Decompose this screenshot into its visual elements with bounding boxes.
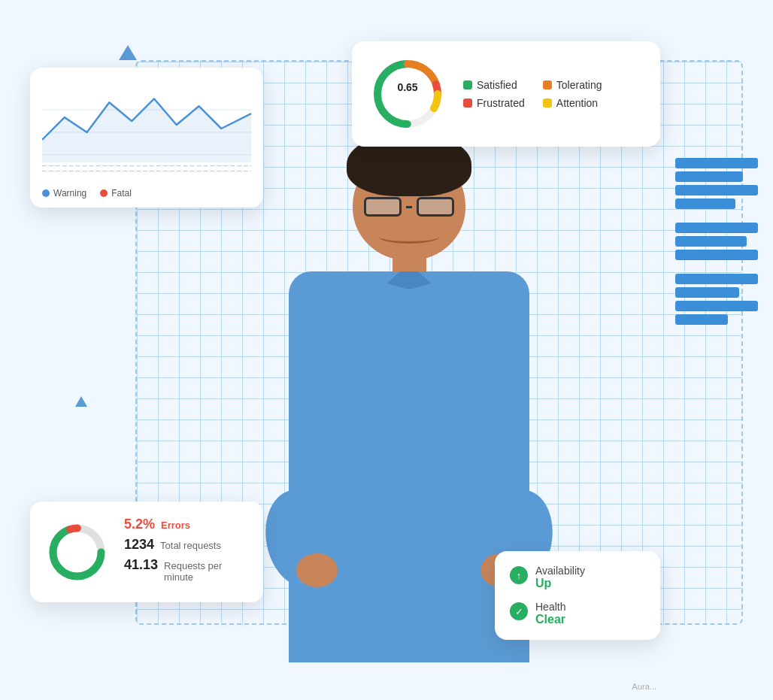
- health-label: Health: [535, 601, 565, 613]
- health-text: Health Clear: [535, 601, 565, 626]
- fatal-label: Fatal: [111, 188, 132, 198]
- satisfied-dot: [463, 80, 472, 89]
- fatal-dot: [100, 189, 108, 197]
- total-requests-label: Total requests: [160, 540, 221, 551]
- bar-item: [675, 171, 743, 182]
- status-health: ✓ Health Clear: [510, 601, 645, 626]
- legend-attention: Attention: [543, 97, 605, 109]
- frustrated-dot: [463, 98, 472, 108]
- right-panel: [675, 158, 773, 334]
- apdex-gauge: 0.65: [370, 56, 445, 132]
- health-value: Clear: [535, 613, 565, 626]
- total-requests-value: 1234: [124, 537, 154, 553]
- availability-label: Availability: [535, 565, 585, 577]
- availability-icon: ↑: [510, 566, 528, 584]
- chart-legend: Warning Fatal: [42, 185, 251, 198]
- chart-card: Warning Fatal: [30, 68, 263, 208]
- svg-marker-3: [42, 98, 251, 162]
- error-percentage: 5.2%: [124, 517, 155, 532]
- status-card: ↑ Availability Up ✓ Health Clear: [495, 551, 660, 640]
- apdex-card: 0.65 Satisfied Tolerating Frustrated: [352, 41, 660, 147]
- bar-item: [675, 158, 758, 168]
- arrow-decoration-top: [119, 45, 137, 60]
- stat-row-rpm: 41.13 Requests per minute: [124, 557, 248, 583]
- warning-dot: [42, 189, 50, 197]
- tolerating-label: Tolerating: [556, 79, 602, 91]
- svg-text:0.65: 0.65: [397, 81, 417, 93]
- apdex-inner: 0.65 Satisfied Tolerating Frustrated: [370, 56, 642, 132]
- bar-item: [675, 250, 758, 260]
- bar-item: [675, 185, 758, 195]
- satisfied-label: Satisfied: [477, 79, 517, 91]
- line-chart-svg: [42, 80, 251, 177]
- bar-item: [675, 301, 758, 311]
- scene: Warning Fatal: [0, 0, 773, 700]
- errors-label: Errors: [161, 520, 190, 531]
- legend-tolerating: Tolerating: [543, 79, 605, 91]
- attention-dot: [543, 98, 552, 108]
- rpm-value: 41.13: [124, 557, 158, 573]
- donut-stats: 5.2% Errors 1234 Total requests 41.13 Re…: [124, 517, 248, 587]
- apdex-legend: Satisfied Tolerating Frustrated Attentio…: [463, 79, 605, 109]
- bar-item: [675, 236, 747, 247]
- stat-row-errors: 5.2% Errors: [124, 517, 248, 532]
- bar-group-2: [675, 223, 773, 260]
- legend-fatal: Fatal: [100, 188, 132, 198]
- tolerating-dot: [543, 80, 552, 89]
- stat-row-total: 1234 Total requests: [124, 537, 248, 553]
- legend-frustrated: Frustrated: [463, 97, 525, 109]
- bar-item: [675, 314, 728, 325]
- legend-warning: Warning: [42, 188, 86, 198]
- warning-label: Warning: [53, 188, 86, 198]
- donut-card: 5.2% Errors 1234 Total requests 41.13 Re…: [30, 502, 263, 602]
- bar-item: [675, 223, 758, 233]
- bar-item: [675, 274, 758, 284]
- donut-svg: [45, 520, 109, 584]
- health-icon: ✓: [510, 602, 528, 620]
- rpm-label: Requests per minute: [164, 560, 248, 583]
- availability-text: Availability Up: [535, 565, 585, 590]
- bar-item: [675, 198, 735, 209]
- watermark: Aura...: [632, 682, 656, 691]
- bar-group-3: [675, 274, 773, 325]
- arrow-decoration-small: [75, 396, 87, 407]
- attention-label: Attention: [556, 97, 598, 109]
- gauge-svg: 0.65: [370, 56, 445, 132]
- status-availability: ↑ Availability Up: [510, 565, 645, 590]
- frustrated-label: Frustrated: [477, 97, 525, 109]
- legend-satisfied: Satisfied: [463, 79, 525, 91]
- bar-group-1: [675, 158, 773, 209]
- bar-item: [675, 287, 739, 298]
- chart-area: [42, 80, 251, 177]
- donut-chart: [45, 520, 109, 584]
- availability-value: Up: [535, 577, 585, 590]
